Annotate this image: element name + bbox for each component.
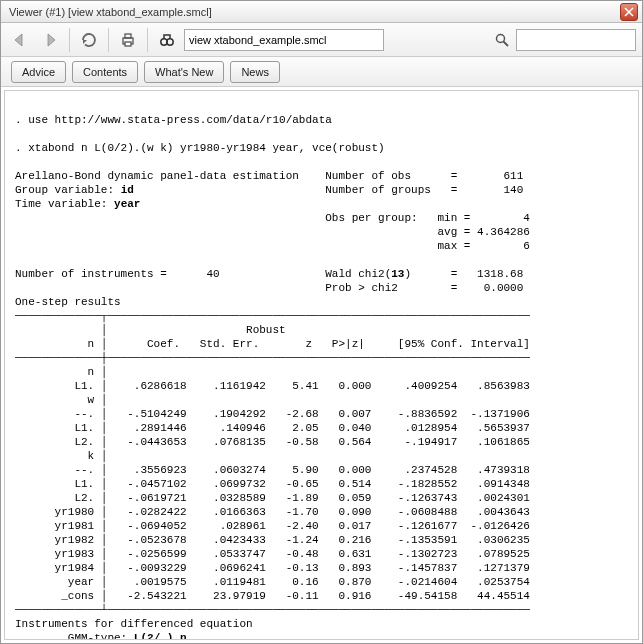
address-input[interactable] [184,29,384,51]
main-toolbar [1,23,642,57]
toolbar-separator [147,28,148,52]
refresh-icon [79,30,99,50]
forward-button[interactable] [37,27,63,53]
binoculars-icon [157,30,177,50]
news-button[interactable]: News [230,61,280,83]
magnifying-glass-icon [494,32,510,48]
svg-rect-1 [125,34,131,38]
search-button[interactable] [492,27,512,53]
toolbar-separator [108,28,109,52]
svg-rect-2 [125,42,131,46]
window-titlebar: Viewer (#1) [view xtabond_example.smcl] [1,1,642,23]
print-button[interactable] [115,27,141,53]
toolbar-separator [69,28,70,52]
search-input[interactable] [516,29,636,51]
svg-line-6 [504,41,509,46]
svg-point-5 [497,34,505,42]
find-button[interactable] [154,27,180,53]
close-button[interactable] [620,3,638,21]
viewer-content: . use http://www.stata-press.com/data/r1… [4,90,639,640]
window-title: Viewer (#1) [view xtabond_example.smcl] [5,6,620,18]
whatsnew-button[interactable]: What's New [144,61,224,83]
forward-arrow-icon [40,30,60,50]
printer-icon [118,30,138,50]
back-arrow-icon [10,30,30,50]
advice-button[interactable]: Advice [11,61,66,83]
refresh-button[interactable] [76,27,102,53]
close-icon [624,7,634,17]
back-button[interactable] [7,27,33,53]
contents-button[interactable]: Contents [72,61,138,83]
link-toolbar: Advice Contents What's New News [1,57,642,87]
